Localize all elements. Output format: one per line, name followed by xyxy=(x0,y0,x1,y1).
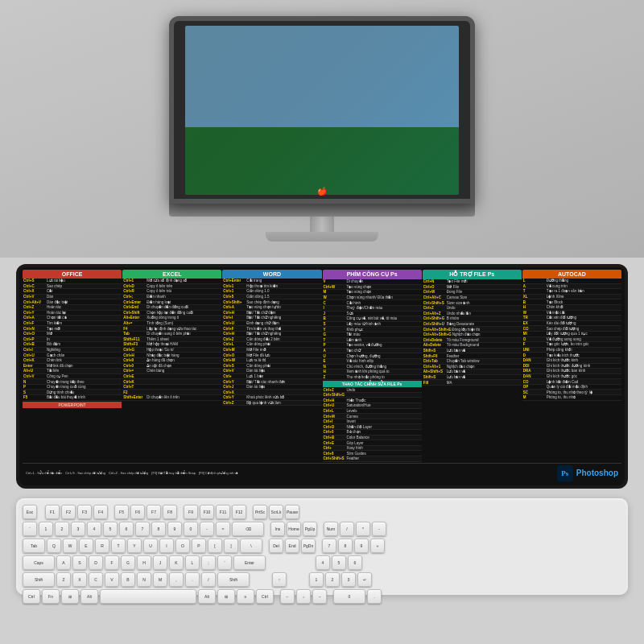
key-k[interactable]: K xyxy=(169,555,184,570)
key-shift-right[interactable]: Shift xyxy=(217,572,250,587)
key-slash[interactable]: / xyxy=(201,572,216,587)
key-num3[interactable]: 3 xyxy=(341,572,356,587)
key-arrow-down[interactable]: ↓ xyxy=(296,589,311,604)
key-1[interactable]: 1 xyxy=(39,522,53,536)
key-num1[interactable]: 1 xyxy=(309,572,324,587)
key-arrow-left[interactable]: ← xyxy=(280,589,295,604)
key-r[interactable]: R xyxy=(95,539,109,553)
key-ctrl-left[interactable]: Ctrl xyxy=(23,589,40,604)
key-bracket-right[interactable]: ] xyxy=(224,539,238,553)
key-numsub[interactable]: - xyxy=(372,522,386,536)
key-end[interactable]: End xyxy=(285,539,299,553)
key-esc[interactable]: Esc xyxy=(23,505,37,519)
key-shift-left[interactable]: Shift xyxy=(23,572,55,587)
key-f11[interactable]: F11 xyxy=(216,505,230,519)
key-b[interactable]: B xyxy=(121,572,135,587)
key-alt-right[interactable]: Alt xyxy=(198,589,216,604)
key-p[interactable]: P xyxy=(192,539,206,553)
key-num4[interactable]: 4 xyxy=(316,555,330,570)
key-y[interactable]: Y xyxy=(127,539,142,553)
key-equals[interactable]: = xyxy=(216,522,230,536)
key-6[interactable]: 6 xyxy=(119,522,134,536)
key-f10[interactable]: F10 xyxy=(200,505,214,519)
key-num9[interactable]: 9 xyxy=(354,539,369,553)
key-menu[interactable]: ≡ xyxy=(237,589,254,604)
key-5[interactable]: 5 xyxy=(103,522,118,536)
key-space[interactable] xyxy=(100,589,196,604)
key-f2[interactable]: F2 xyxy=(61,505,76,519)
key-comma[interactable]: , xyxy=(169,572,184,587)
key-9[interactable]: 9 xyxy=(167,522,182,536)
key-bracket-left[interactable]: [ xyxy=(208,539,222,553)
key-z[interactable]: Z xyxy=(56,572,71,587)
key-tab[interactable]: Tab xyxy=(23,539,45,553)
key-c[interactable]: C xyxy=(89,572,103,587)
key-f12[interactable]: F12 xyxy=(232,505,246,519)
key-pause[interactable]: Pause xyxy=(285,505,299,519)
key-f7[interactable]: F7 xyxy=(147,505,161,519)
key-numdot[interactable]: . xyxy=(367,589,382,604)
key-0[interactable]: 0 xyxy=(184,522,198,536)
key-f8[interactable]: F8 xyxy=(163,505,177,519)
key-win-right[interactable]: ⊞ xyxy=(217,589,235,604)
key-numenter[interactable]: ↵ xyxy=(357,572,372,587)
key-num2[interactable]: 2 xyxy=(325,572,340,587)
key-backslash[interactable]: \ xyxy=(240,539,262,553)
key-num7[interactable]: 7 xyxy=(322,539,336,553)
key-7[interactable]: 7 xyxy=(135,522,150,536)
key-numadd[interactable]: + xyxy=(370,539,385,553)
key-t[interactable]: T xyxy=(111,539,126,553)
key-i[interactable]: I xyxy=(159,539,174,553)
key-scroll[interactable]: ScrLk xyxy=(269,505,283,519)
key-l[interactable]: L xyxy=(185,555,200,570)
key-num0[interactable]: 0 xyxy=(333,589,365,604)
key-e[interactable]: E xyxy=(79,539,93,553)
key-pgup[interactable]: PgUp xyxy=(303,522,317,536)
key-home[interactable]: Home xyxy=(287,522,301,536)
key-pgdn[interactable]: PgDn xyxy=(301,539,316,553)
key-fn[interactable]: Fn xyxy=(42,589,60,604)
key-del[interactable]: Del xyxy=(269,539,283,553)
key-d[interactable]: D xyxy=(89,555,103,570)
key-j[interactable]: J xyxy=(153,555,167,570)
key-2[interactable]: 2 xyxy=(55,522,69,536)
key-minus[interactable]: - xyxy=(200,522,214,536)
key-4[interactable]: 4 xyxy=(87,522,101,536)
key-f3[interactable]: F3 xyxy=(77,505,92,519)
key-n[interactable]: N xyxy=(137,572,151,587)
key-s[interactable]: S xyxy=(72,555,87,570)
key-win[interactable]: ⊞ xyxy=(61,589,79,604)
key-num8[interactable]: 8 xyxy=(338,539,353,553)
key-f1[interactable]: F1 xyxy=(45,505,60,519)
key-semicolon[interactable]: ; xyxy=(201,555,216,570)
key-w[interactable]: W xyxy=(63,539,77,553)
key-f6[interactable]: F6 xyxy=(130,505,145,519)
key-m[interactable]: M xyxy=(153,572,167,587)
key-caps[interactable]: Caps xyxy=(23,555,55,570)
key-g[interactable]: G xyxy=(121,555,135,570)
key-arrow-up[interactable]: ↑ xyxy=(272,572,287,587)
key-print[interactable]: PrtSc xyxy=(253,505,267,519)
key-a[interactable]: A xyxy=(56,555,71,570)
key-f5[interactable]: F5 xyxy=(114,505,129,519)
key-f4[interactable]: F4 xyxy=(93,505,108,519)
key-o[interactable]: O xyxy=(175,539,190,553)
key-alt-left[interactable]: Alt xyxy=(80,589,98,604)
key-backspace[interactable]: ⌫ xyxy=(232,522,264,536)
key-num6[interactable]: 6 xyxy=(348,555,362,570)
key-q[interactable]: Q xyxy=(47,539,61,553)
key-ins[interactable]: Ins xyxy=(270,522,285,536)
key-v[interactable]: V xyxy=(105,572,119,587)
key-arrow-right[interactable]: → xyxy=(312,589,327,604)
key-ctrl-right[interactable]: Ctrl xyxy=(256,589,274,604)
key-num5[interactable]: 5 xyxy=(332,555,346,570)
key-3[interactable]: 3 xyxy=(71,522,85,536)
key-nummul[interactable]: * xyxy=(356,522,370,536)
key-f9[interactable]: F9 xyxy=(184,505,198,519)
key-8[interactable]: 8 xyxy=(151,522,166,536)
key-enter[interactable]: Enter xyxy=(233,555,266,570)
key-numdiv[interactable]: / xyxy=(340,522,354,536)
key-h[interactable]: H xyxy=(137,555,151,570)
key-f[interactable]: F xyxy=(105,555,119,570)
key-quote[interactable]: ' xyxy=(217,555,232,570)
